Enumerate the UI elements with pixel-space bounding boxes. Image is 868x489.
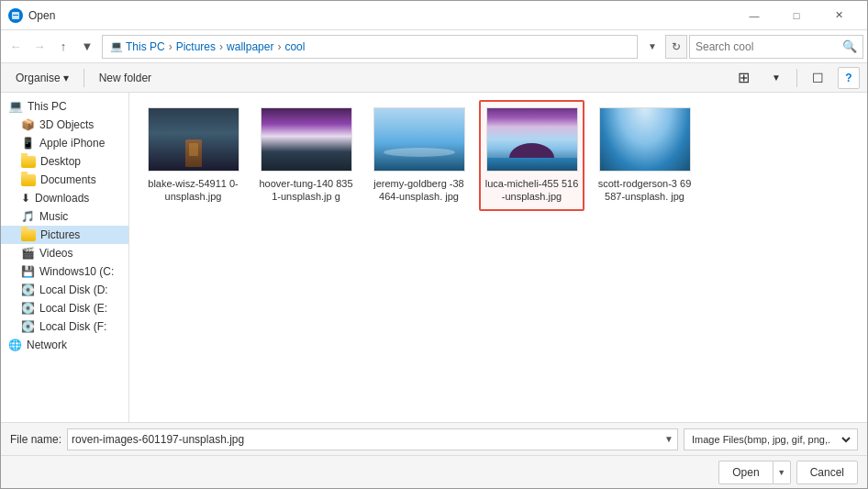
breadcrumb-cool[interactable]: cool (283, 40, 306, 53)
filename-input[interactable] (72, 433, 664, 446)
file-label-luca: luca-micheli-455 516-unsplash.jpg (484, 177, 579, 204)
sidebar-item-3d-objects[interactable]: 📦 3D Objects (1, 116, 128, 134)
open-dropdown-button[interactable]: ▼ (773, 461, 791, 484)
back-button[interactable]: ← (5, 36, 27, 58)
filename-bar: File name: ▼ Image Files(bmp, jpg, gif, … (1, 422, 867, 455)
sidebar-item-music[interactable]: 🎵 Music (1, 207, 128, 226)
file-thumbnail-hoover (261, 107, 352, 172)
phone-icon: 📱 (21, 137, 35, 150)
buttons-bar: Open ▼ Cancel (1, 455, 867, 488)
svg-rect-1 (13, 15, 18, 16)
folder-icon (21, 174, 36, 186)
sidebar-item-pictures[interactable]: Pictures (1, 226, 128, 244)
file-item-scott[interactable]: scott-rodgerson-3 69587-unsplash. jpg (592, 100, 697, 211)
filetype-select-wrap: Image Files(bmp, jpg, gif, png,. (684, 428, 858, 450)
toolbar: Organise ▾ New folder ⊞ ▼ ☐ ? (1, 63, 867, 93)
title-bar-controls: — □ ✕ (733, 1, 860, 30)
file-thumbnail-blake (148, 107, 239, 172)
file-open-dialog: Open — □ ✕ ← → ↑ ▼ 💻 This PC › Pictures … (0, 0, 868, 489)
sidebar-item-downloads[interactable]: ⬇ Downloads (1, 189, 128, 207)
address-bar: ← → ↑ ▼ 💻 This PC › Pictures › wallpaper… (1, 30, 867, 63)
file-label-hoover: hoover-tung-140 8351-unsplash.jp g (259, 177, 353, 204)
up-button[interactable]: ↑ (52, 36, 74, 58)
content-area: 💻 This PC 📦 3D Objects 📱 Apple iPhone De… (1, 93, 867, 422)
open-split-button: Open ▼ (718, 461, 790, 484)
file-label-scott: scott-rodgerson-3 69587-unsplash. jpg (597, 177, 692, 204)
toolbar-sep-2 (796, 69, 797, 87)
sidebar-scroll: 💻 This PC 📦 3D Objects 📱 Apple iPhone De… (1, 93, 128, 358)
organise-button[interactable]: Organise ▾ (8, 67, 76, 89)
file-item-jeremy[interactable]: jeremy-goldberg -38464-unsplash. jpg (366, 100, 472, 211)
sidebar-item-windows10[interactable]: 💾 Windows10 (C: (1, 262, 128, 281)
file-thumbnail-jeremy (373, 107, 465, 172)
breadcrumb-pictures[interactable]: Pictures (174, 40, 217, 53)
file-thumbnail-luca (486, 107, 578, 172)
filename-dropdown-button[interactable]: ▼ (664, 434, 673, 444)
breadcrumb: 💻 This PC › Pictures › wallpaper › cool (102, 35, 638, 59)
filetype-select[interactable]: Image Files(bmp, jpg, gif, png,. (688, 433, 853, 446)
new-folder-button[interactable]: New folder (92, 67, 159, 89)
toolbar-separator (83, 69, 84, 87)
sidebar-item-network[interactable]: 🌐 Network (1, 336, 128, 354)
file-item-hoover[interactable]: hoover-tung-140 8351-unsplash.jp g (253, 100, 359, 211)
sidebar-item-local-e[interactable]: 💽 Local Disk (E: (1, 299, 128, 317)
music-icon: 🎵 (21, 210, 35, 223)
preview-pane-button[interactable]: ☐ (805, 67, 830, 89)
refresh-button[interactable]: ↻ (665, 35, 687, 59)
title-bar: Open — □ ✕ (1, 1, 867, 30)
view-dropdown-button[interactable]: ▼ (763, 67, 789, 89)
videos-icon: 🎬 (21, 247, 35, 260)
search-input[interactable] (696, 40, 842, 53)
3d-icon: 📦 (21, 118, 35, 131)
sidebar: 💻 This PC 📦 3D Objects 📱 Apple iPhone De… (1, 93, 129, 422)
file-area: blake-wisz-54911 0-unsplash.jpg hoover-t… (129, 93, 867, 422)
breadcrumb-sep-2: › (217, 40, 225, 53)
breadcrumb-wallpaper[interactable]: wallpaper (225, 40, 275, 53)
view-large-icons-button[interactable]: ⊞ (730, 67, 756, 89)
help-button[interactable]: ? (838, 67, 860, 89)
maximize-button[interactable]: □ (775, 1, 818, 30)
filename-label: File name: (10, 433, 61, 446)
recent-locations-button[interactable]: ▼ (76, 36, 98, 58)
sidebar-item-videos[interactable]: 🎬 Videos (1, 244, 128, 262)
cancel-button[interactable]: Cancel (796, 461, 858, 484)
breadcrumb-sep-1: › (167, 40, 174, 53)
file-label-jeremy: jeremy-goldberg -38464-unsplash. jpg (372, 177, 466, 204)
folder-icon (21, 229, 36, 241)
disk-icon: 💾 (21, 265, 35, 278)
sidebar-item-this-pc[interactable]: 💻 This PC (1, 96, 128, 116)
sidebar-item-documents[interactable]: Documents (1, 171, 128, 189)
sidebar-item-local-d[interactable]: 💽 Local Disk (D: (1, 281, 128, 299)
minimize-button[interactable]: — (733, 1, 775, 30)
forward-button[interactable]: → (28, 36, 50, 58)
filename-input-wrap: ▼ (67, 428, 678, 450)
disk-icon: 💽 (21, 320, 35, 333)
disk-icon: 💽 (21, 283, 35, 296)
sidebar-item-desktop[interactable]: Desktop (1, 152, 128, 171)
breadcrumb-dropdown-button[interactable]: ▼ (641, 36, 663, 58)
folder-icon (21, 156, 36, 168)
close-button[interactable]: ✕ (818, 1, 860, 30)
file-item-luca[interactable]: luca-micheli-455 516-unsplash.jpg (479, 100, 584, 211)
sidebar-item-local-f[interactable]: 💽 Local Disk (F: (1, 317, 128, 336)
open-button[interactable]: Open (718, 461, 772, 484)
search-icon[interactable]: 🔍 (842, 39, 857, 53)
search-box: 🔍 (689, 35, 863, 59)
breadcrumb-this-pc[interactable]: 💻 This PC (108, 40, 167, 53)
sidebar-item-apple-iphone[interactable]: 📱 Apple iPhone (1, 134, 128, 152)
window-icon (8, 8, 23, 23)
disk-icon: 💽 (21, 302, 35, 315)
computer-icon: 💻 (8, 99, 23, 113)
file-thumbnail-scott (599, 107, 691, 172)
network-icon: 🌐 (8, 339, 22, 351)
file-item-blake[interactable]: blake-wisz-54911 0-unsplash.jpg (140, 100, 246, 211)
file-label-blake: blake-wisz-54911 0-unsplash.jpg (146, 177, 240, 204)
window-title: Open (28, 9, 733, 22)
downloads-icon: ⬇ (21, 192, 30, 205)
breadcrumb-sep-3: › (275, 40, 283, 53)
